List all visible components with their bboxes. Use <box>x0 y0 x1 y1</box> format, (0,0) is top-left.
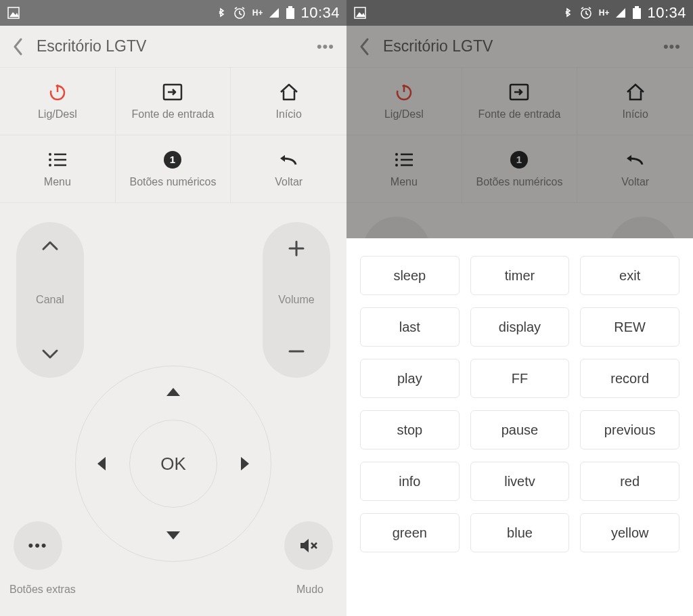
signal-icon <box>614 7 627 19</box>
status-time: 10:34 <box>647 4 686 22</box>
bluetooth-icon <box>216 5 227 20</box>
svg-marker-25 <box>356 12 365 17</box>
power-icon <box>47 81 68 103</box>
svg-point-11 <box>49 158 51 161</box>
return-button[interactable]: Voltar <box>231 135 346 203</box>
dpad-right[interactable] <box>240 456 250 471</box>
picture-icon <box>7 6 20 20</box>
status-bar: H+ 10:34 <box>0 0 346 26</box>
power-label: Lig/Desl <box>38 108 77 120</box>
menu-label: Menu <box>44 176 71 188</box>
svg-point-9 <box>49 153 51 156</box>
svg-marker-22 <box>97 457 106 470</box>
menu-button[interactable]: Menu <box>0 135 116 203</box>
minus-icon <box>288 343 305 360</box>
extra-button-red[interactable]: red <box>580 462 679 501</box>
extra-button-record[interactable]: record <box>580 359 679 398</box>
extra-button-info[interactable]: info <box>360 462 460 501</box>
input-label: Fonte de entrada <box>132 108 215 120</box>
extra-button-rew[interactable]: REW <box>580 307 679 347</box>
remote-main-screen: H+ 10:34 Escritório LGTV ••• Lig/Desl Fo… <box>0 0 346 616</box>
extra-button-exit[interactable]: exit <box>580 256 679 295</box>
return-icon <box>278 149 300 171</box>
svg-rect-28 <box>633 8 641 19</box>
svg-marker-20 <box>166 388 180 396</box>
picture-icon <box>353 6 367 20</box>
dpad-left[interactable] <box>97 456 106 471</box>
remote-extras-screen: H+ 10:34 Escritório LGTV ••• Lig/Desl Fo… <box>346 0 693 616</box>
home-label: Início <box>276 108 302 120</box>
extras-button-grid: sleeptimerexitlastdisplayREWplayFFrecord… <box>360 256 679 552</box>
svg-rect-4 <box>286 8 294 19</box>
mute-icon <box>298 537 319 554</box>
signal-icon <box>268 7 280 19</box>
numeric-icon: 1 <box>163 149 182 171</box>
plus-icon <box>288 240 305 257</box>
dpad: OK <box>75 366 271 562</box>
ok-button[interactable]: OK <box>129 420 217 508</box>
extras-sheet: sleeptimerexitlastdisplayREWplayFFrecord… <box>346 238 693 616</box>
extras-button[interactable]: ••• <box>14 521 62 570</box>
extra-button-green[interactable]: green <box>360 513 460 552</box>
network-hplus-icon: H+ <box>599 8 610 18</box>
alarm-icon <box>579 5 594 20</box>
extra-button-sleep[interactable]: sleep <box>360 256 460 295</box>
svg-marker-1 <box>9 12 19 17</box>
extra-button-yellow[interactable]: yellow <box>580 513 679 552</box>
extra-button-previous[interactable]: previous <box>580 410 679 449</box>
input-source-button[interactable]: Fonte de entrada <box>116 68 231 135</box>
action-grid: Lig/Desl Fonte de entrada Início Menu 1 … <box>0 68 346 203</box>
status-bar: H+ 10:34 <box>346 0 693 26</box>
return-label: Voltar <box>275 176 303 188</box>
extra-button-play[interactable]: play <box>360 359 460 398</box>
svg-text:1: 1 <box>170 154 175 165</box>
home-button[interactable]: Início <box>231 68 346 135</box>
battery-icon <box>632 6 642 20</box>
svg-rect-5 <box>288 6 292 8</box>
svg-point-13 <box>49 164 51 167</box>
svg-marker-27 <box>616 8 625 18</box>
control-area: Canal Volume OK ••• Botõ <box>0 203 346 616</box>
extra-button-timer[interactable]: timer <box>470 256 570 295</box>
dpad-down[interactable] <box>166 531 181 540</box>
channel-rocker[interactable]: Canal <box>16 222 84 378</box>
extra-button-display[interactable]: display <box>470 307 570 347</box>
more-options-button[interactable]: ••• <box>317 38 334 56</box>
extra-button-pause[interactable]: pause <box>470 410 570 449</box>
app-header: Escritório LGTV ••• <box>0 26 346 68</box>
battery-icon <box>286 6 295 20</box>
volume-rocker[interactable]: Volume <box>263 222 330 378</box>
mute-button[interactable] <box>284 521 333 570</box>
network-hplus-icon: H+ <box>252 8 263 18</box>
ok-label: OK <box>160 454 186 475</box>
extra-button-last[interactable]: last <box>360 307 460 347</box>
mute-label: Mudo <box>296 584 323 596</box>
chevron-down-icon <box>41 348 59 360</box>
extra-button-blue[interactable]: blue <box>470 513 570 552</box>
dpad-up[interactable] <box>166 387 181 397</box>
alarm-icon <box>232 5 247 20</box>
page-title: Escritório LGTV <box>37 37 317 56</box>
dots-icon: ••• <box>28 537 47 554</box>
channel-label: Canal <box>36 294 64 306</box>
extra-button-ff[interactable]: FF <box>470 359 570 398</box>
extra-button-stop[interactable]: stop <box>360 410 460 449</box>
volume-label: Volume <box>278 294 314 306</box>
bluetooth-icon <box>562 5 573 20</box>
home-icon <box>278 81 300 103</box>
extra-button-livetv[interactable]: livetv <box>470 462 570 501</box>
extras-label: Botões extras <box>9 584 76 596</box>
power-button[interactable]: Lig/Desl <box>0 68 116 135</box>
menu-icon <box>47 149 68 171</box>
input-icon <box>162 81 183 103</box>
chevron-up-icon <box>41 240 59 252</box>
back-button[interactable] <box>12 37 24 56</box>
svg-marker-3 <box>269 8 279 18</box>
numeric-button[interactable]: 1 Botões numéricos <box>116 135 231 203</box>
numeric-label: Botões numéricos <box>129 176 216 188</box>
status-time: 10:34 <box>300 4 340 22</box>
svg-marker-21 <box>166 531 180 540</box>
svg-rect-29 <box>635 6 639 8</box>
svg-marker-23 <box>241 457 249 470</box>
